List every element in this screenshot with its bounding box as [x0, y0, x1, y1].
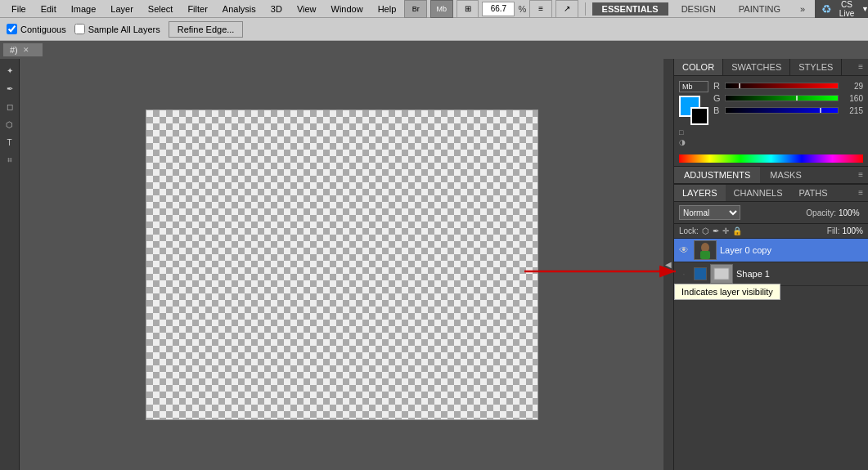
- doc-tab-name: #): [10, 45, 18, 55]
- menu-item-layer[interactable]: Layer: [104, 2, 140, 16]
- brush-tool[interactable]: ✒: [2, 80, 18, 96]
- contiguous-checkbox-label[interactable]: Contiguous: [7, 24, 66, 34]
- opacity-label: Opacity:: [806, 208, 836, 217]
- g-label: G: [713, 93, 722, 103]
- tab-essentials[interactable]: ESSENTIALS: [592, 2, 668, 16]
- magic-wand-tool[interactable]: ✦: [2, 62, 18, 78]
- lock-image-icon[interactable]: ✒: [713, 226, 719, 235]
- tab-color[interactable]: COLOR: [674, 59, 723, 75]
- opacity-value[interactable]: 100%: [839, 208, 863, 217]
- layer-row-1[interactable]: · Shape 1 Indicates layer visibility: [674, 262, 868, 286]
- svg-rect-27: [700, 251, 710, 259]
- tab-paths[interactable]: PATHS: [791, 185, 836, 201]
- tab-more[interactable]: »: [794, 2, 812, 16]
- sample-all-label: Sample All Layers: [88, 25, 160, 34]
- options-bar: Contiguous Sample All Layers Refine Edge…: [0, 18, 868, 41]
- menu-item-filter[interactable]: Filter: [181, 2, 214, 16]
- main-area: ✦ ✒ ◻ ⬡ T ⌗: [0, 59, 868, 470]
- menu-item-edit[interactable]: Edit: [34, 2, 63, 16]
- refine-edge-button[interactable]: Refine Edge...: [169, 21, 244, 38]
- menu-item-help[interactable]: Help: [371, 2, 403, 16]
- adj-panel-tabs: ADJUSTMENTS MASKS ≡: [674, 167, 868, 184]
- blend-mode-select[interactable]: Normal: [679, 205, 740, 220]
- color-sliders: R 29 G 160: [713, 81, 863, 146]
- menu-item-image[interactable]: Image: [65, 2, 103, 16]
- layer-1-thumbnail: [710, 264, 733, 284]
- menu-item-analysis[interactable]: Analysis: [216, 2, 263, 16]
- layer-1-name: Shape 1: [736, 269, 865, 279]
- doc-tab[interactable]: #) ✕: [3, 43, 43, 56]
- layer-0-thumbnail: [694, 240, 717, 260]
- color-spectrum[interactable]: [679, 154, 863, 163]
- layer-0-visibility-eye[interactable]: 👁: [677, 244, 690, 257]
- tab-bar: #) ✕: [0, 41, 868, 59]
- menu-item-window[interactable]: Window: [325, 2, 370, 16]
- adj-panel-collapse[interactable]: ≡: [853, 167, 868, 183]
- tab-masks[interactable]: MASKS: [760, 167, 812, 183]
- crop-tool[interactable]: ⌗: [2, 152, 18, 168]
- fg-bg-swatches: [679, 96, 708, 125]
- mb-badge: Mb: [679, 81, 708, 92]
- sample-all-layers-label[interactable]: Sample All Layers: [74, 24, 160, 34]
- opacity-row: Opacity: 100%: [806, 208, 863, 217]
- right-panel: COLOR SWATCHES STYLES ≡ Mb □ ◑: [673, 59, 868, 470]
- layers-panel: LAYERS CHANNELS PATHS ≡ Normal Opacity: …: [674, 185, 868, 470]
- b-label: B: [713, 105, 722, 115]
- doc-tab-close[interactable]: ✕: [23, 46, 29, 54]
- layers-controls: Normal Opacity: 100%: [674, 202, 868, 224]
- color-content: Mb □ ◑ R: [674, 76, 868, 151]
- tab-design[interactable]: DESIGN: [672, 2, 726, 16]
- cs-live-btn[interactable]: ♻ CS Live ▼: [815, 0, 868, 20]
- canvas-area: pepsi. BOOM BOOM: [20, 59, 663, 470]
- color-panel-tabs: COLOR SWATCHES STYLES ≡: [674, 59, 868, 76]
- background-swatch[interactable]: [690, 107, 708, 125]
- lock-transparent-icon[interactable]: ⬡: [702, 226, 709, 235]
- tab-channels[interactable]: CHANNELS: [726, 185, 791, 201]
- menu-item-3d[interactable]: 3D: [264, 2, 289, 16]
- extras-btn[interactable]: ↗: [555, 0, 578, 18]
- blue-slider[interactable]: [725, 107, 839, 114]
- blue-slider-row: B 215: [713, 105, 863, 115]
- mode-icons: □ ◑: [679, 128, 708, 146]
- tab-swatches[interactable]: SWATCHES: [723, 59, 790, 75]
- eraser-tool[interactable]: ◻: [2, 98, 18, 114]
- fill-value[interactable]: 100%: [842, 226, 863, 235]
- quick-mask-icon[interactable]: ◑: [679, 138, 708, 146]
- transparency-grid: [146, 110, 537, 419]
- tab-layers[interactable]: LAYERS: [674, 185, 726, 201]
- bridge-btn[interactable]: Br: [404, 0, 427, 18]
- zoom-input[interactable]: [482, 2, 515, 16]
- layer-0-name: Layer 0 copy: [720, 245, 865, 255]
- tab-adjustments[interactable]: ADJUSTMENTS: [674, 167, 760, 183]
- tab-painting[interactable]: PAINTING: [729, 2, 790, 16]
- layer-row-0[interactable]: 👁 Layer 0 copy: [674, 239, 868, 262]
- right-panel-container: ◀ COLOR SWATCHES STYLES ≡ Mb: [663, 59, 868, 470]
- menu-bar: File Edit Image Layer Select Filter Anal…: [0, 0, 868, 18]
- menu-item-select[interactable]: Select: [142, 2, 180, 16]
- color-swatches: Mb □ ◑: [679, 81, 708, 146]
- green-slider[interactable]: [725, 95, 839, 101]
- green-slider-row: G 160: [713, 93, 863, 103]
- layers-panel-collapse[interactable]: ≡: [853, 185, 868, 201]
- normal-mode-icon[interactable]: □: [679, 128, 708, 137]
- paint-bucket-tool[interactable]: ⬡: [2, 116, 18, 132]
- panel-toggle[interactable]: ◀: [663, 59, 673, 470]
- lock-all-icon[interactable]: 🔒: [732, 226, 742, 235]
- color-panel-collapse[interactable]: ≡: [853, 59, 868, 75]
- sample-all-layers-checkbox[interactable]: [74, 24, 85, 34]
- type-tool[interactable]: T: [2, 134, 18, 150]
- left-toolbar: ✦ ✒ ◻ ⬡ T ⌗: [0, 59, 20, 470]
- tab-styles[interactable]: STYLES: [790, 59, 842, 75]
- menu-item-file[interactable]: File: [5, 2, 33, 16]
- lock-position-icon[interactable]: ✛: [722, 226, 729, 235]
- screen-mode-btn[interactable]: ⊞: [456, 0, 479, 18]
- mini-bridge-btn[interactable]: Mb: [430, 0, 453, 18]
- menu-item-view[interactable]: View: [290, 2, 323, 16]
- b-value: 215: [842, 106, 863, 115]
- red-slider[interactable]: [725, 83, 839, 89]
- layout-btn[interactable]: ≡: [529, 0, 552, 18]
- layer-1-visibility-eye[interactable]: ·: [677, 267, 690, 280]
- fill-row: Fill: 100%: [827, 226, 863, 235]
- layer-visibility-tooltip: Indicates layer visibility: [674, 284, 780, 300]
- contiguous-checkbox[interactable]: [7, 24, 17, 34]
